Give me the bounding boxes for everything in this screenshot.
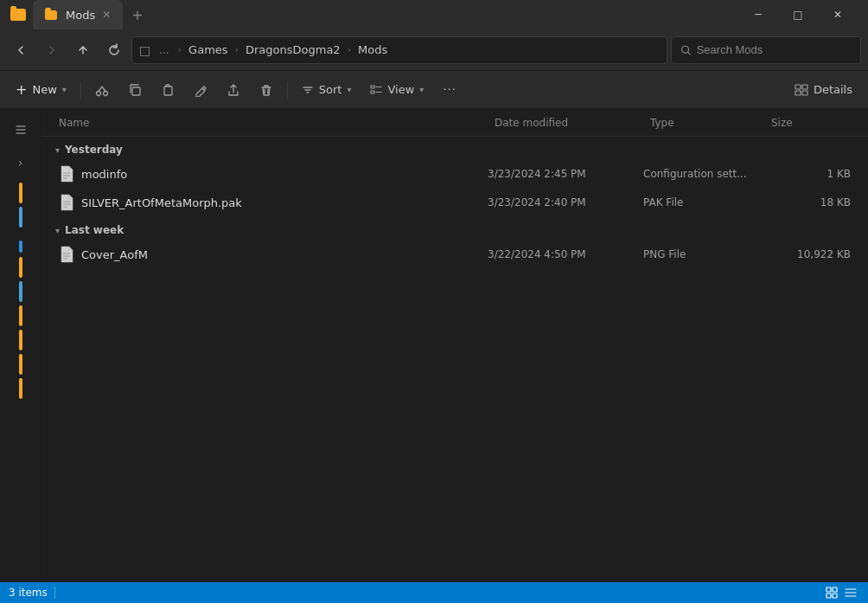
sidebar-accent-7	[19, 330, 22, 350]
share-button[interactable]	[218, 76, 249, 104]
copy-button[interactable]	[119, 76, 150, 104]
sort-button[interactable]: Sort ▾	[293, 76, 361, 104]
close-button[interactable]: ✕	[818, 0, 858, 29]
file-icon-silver	[59, 194, 74, 211]
file-name-cover: Cover_AofM	[81, 248, 148, 261]
file-type-modinfo: Configuration sett...	[643, 168, 764, 180]
date-modified-column-header[interactable]: Date modified	[491, 115, 647, 131]
file-name-modinfo: modinfo	[81, 168, 127, 181]
name-column-header[interactable]: Name	[55, 115, 491, 131]
more-options-button[interactable]: ···	[434, 76, 464, 104]
cut-icon	[95, 83, 109, 97]
view-chevron-icon: ▾	[419, 85, 424, 94]
back-button[interactable]	[7, 36, 35, 64]
new-button[interactable]: + New ▾	[7, 76, 75, 104]
minimize-button[interactable]: ─	[738, 0, 778, 29]
breadcrumb-sep-1: ›	[235, 44, 239, 55]
refresh-button[interactable]	[100, 36, 128, 64]
search-input[interactable]	[697, 43, 852, 56]
file-icon-modinfo	[59, 165, 74, 183]
file-name-silver: SILVER_ArtOfMetaMorph.pak	[81, 196, 242, 209]
rename-button[interactable]	[185, 76, 216, 104]
breadcrumb-bar[interactable]: □ ... › Games › DragonsDogma2 › Mods	[131, 36, 667, 64]
sidebar-toggle-button[interactable]	[7, 116, 35, 144]
delete-button[interactable]	[251, 76, 282, 104]
yesterday-chevron-icon: ▾	[55, 145, 60, 155]
document-icon	[60, 246, 73, 263]
toolbar-divider-2	[287, 81, 288, 99]
svg-rect-4	[164, 87, 172, 95]
breadcrumb-sep-0: ›	[178, 44, 182, 55]
sidebar-accent-3	[19, 241, 22, 253]
more-icon: ···	[443, 83, 456, 96]
search-box[interactable]	[671, 36, 861, 64]
yesterday-group-label: Yesterday	[65, 144, 123, 156]
file-name-cell-silver: SILVER_ArtOfMetaMorph.pak	[59, 194, 488, 211]
column-headers: Name Date modified Type Size	[41, 109, 868, 137]
address-icon: □	[139, 43, 150, 57]
type-column-header[interactable]: Type	[647, 115, 768, 131]
breadcrumb-games[interactable]: Games	[185, 42, 231, 58]
sort-label: Sort	[319, 83, 342, 96]
status-bar: 3 items	[0, 582, 868, 603]
sidebar-expand-button[interactable]: ›	[7, 149, 35, 176]
file-icon-cover	[59, 246, 74, 263]
new-label: New	[32, 83, 56, 96]
sidebar-accent-8	[19, 354, 22, 375]
file-size-cover: 10,922 KB	[764, 248, 851, 260]
file-size-silver: 18 KB	[764, 196, 851, 208]
svg-rect-24	[827, 593, 831, 598]
breadcrumb-dragonsdogma2[interactable]: DragonsDogma2	[242, 42, 344, 58]
forward-button[interactable]	[38, 36, 66, 64]
breadcrumb-mods[interactable]: Mods	[354, 42, 391, 58]
details-icon	[795, 83, 808, 97]
table-row[interactable]: modinfo 3/23/2024 2:45 PM Configuration …	[45, 160, 865, 188]
svg-rect-3	[132, 87, 140, 95]
grid-view-button[interactable]	[823, 585, 840, 600]
active-tab[interactable]: Mods ✕	[33, 0, 123, 29]
sidebar-accent-6	[19, 305, 22, 326]
paste-button[interactable]	[152, 76, 183, 104]
window-icon	[10, 7, 26, 22]
navigation-bar: □ ... › Games › DragonsDogma2 › Mods	[0, 29, 868, 71]
sidebar: ›	[0, 109, 41, 582]
items-count: 3 items	[9, 587, 48, 599]
search-icon	[680, 44, 692, 56]
file-size-modinfo: 1 KB	[764, 168, 851, 180]
main-layout: › Name Date modified Type Size ▾ Yesterd…	[0, 109, 868, 582]
file-name-cell-cover: Cover_AofM	[59, 246, 488, 263]
svg-rect-22	[827, 587, 831, 592]
paste-icon	[161, 83, 175, 97]
file-date-silver: 3/23/2024 2:40 PM	[488, 196, 643, 208]
table-row[interactable]: Cover_AofM 3/22/2024 4:50 PM PNG File 10…	[45, 241, 865, 268]
size-column-header[interactable]: Size	[768, 115, 854, 131]
lastweek-group-header[interactable]: ▾ Last week	[41, 217, 868, 240]
sidebar-accent-2	[19, 207, 22, 228]
svg-rect-25	[833, 593, 837, 598]
up-button[interactable]	[69, 36, 97, 64]
document-icon	[60, 165, 73, 183]
breadcrumb-more-button[interactable]: ...	[154, 42, 174, 58]
status-divider	[54, 587, 55, 599]
sidebar-accent-9	[19, 378, 22, 399]
sort-icon	[302, 84, 314, 96]
rename-icon	[194, 83, 207, 97]
svg-rect-10	[802, 85, 807, 89]
sidebar-accent-4	[19, 257, 22, 278]
window-controls: ─ □ ✕	[738, 0, 858, 29]
maximize-button[interactable]: □	[778, 0, 818, 29]
lastweek-group-label: Last week	[65, 224, 124, 236]
document-icon	[60, 194, 73, 211]
copy-icon	[128, 83, 142, 97]
table-row[interactable]: SILVER_ArtOfMetaMorph.pak 3/23/2024 2:40…	[45, 189, 865, 216]
list-view-button[interactable]	[842, 585, 859, 600]
view-button[interactable]: View ▾	[361, 76, 432, 104]
details-button[interactable]: Details	[786, 76, 861, 104]
tab-close-button[interactable]: ✕	[102, 9, 111, 21]
new-tab-button[interactable]: +	[123, 0, 151, 29]
delete-icon	[259, 83, 273, 97]
yesterday-group-header[interactable]: ▾ Yesterday	[41, 137, 868, 159]
toolbar-divider-1	[80, 81, 81, 99]
cut-button[interactable]	[86, 76, 118, 104]
title-bar: Mods ✕ + ─ □ ✕	[0, 0, 868, 29]
